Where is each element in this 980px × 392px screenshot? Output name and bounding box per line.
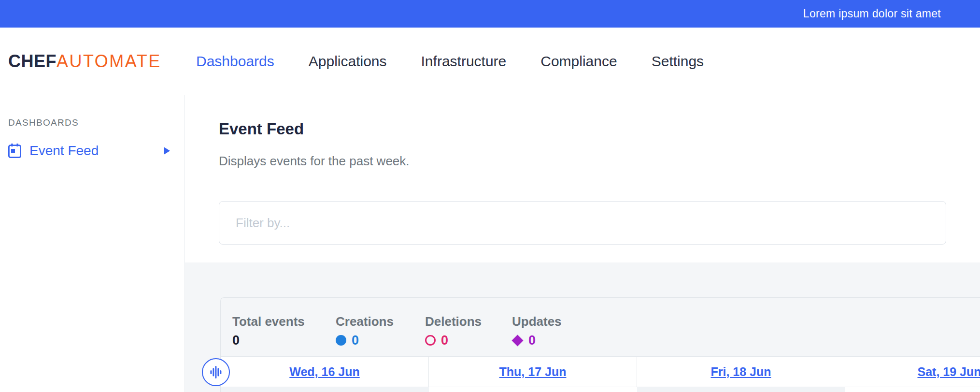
day-link-thu-17-jun[interactable]: Thu, 17 Jun (499, 365, 567, 379)
day-column: Thu, 17 Jun (429, 357, 637, 387)
event-feed-card: Total events 0 Creations 0 Deletions (220, 297, 980, 392)
event-stats: Total events 0 Creations 0 Deletions (221, 298, 980, 356)
logo-automate-text: AUTOMATE (57, 51, 161, 71)
timeline-day-headers: Wed, 16 Jun Thu, 17 Jun Fri, 18 Jun Sat,… (221, 356, 980, 387)
event-feed-section: Total events 0 Creations 0 Deletions (185, 262, 980, 392)
stat-deletions: Deletions 0 (425, 314, 512, 356)
sidebar: DASHBOARDS Event Feed (0, 95, 185, 392)
guitar-strings-toggle-button[interactable] (202, 358, 230, 386)
timeline-stripe (637, 387, 845, 392)
top-banner: Lorem ipsum dolor sit amet (0, 0, 980, 28)
app-header: CHEFAUTOMATE Dashboards Applications Inf… (0, 28, 980, 95)
stat-label: Deletions (425, 314, 512, 329)
stat-value: 0 (441, 333, 448, 348)
chef-automate-logo[interactable]: CHEFAUTOMATE (8, 51, 196, 72)
sidebar-item-event-feed[interactable]: Event Feed (8, 143, 185, 159)
nav-item-dashboards[interactable]: Dashboards (196, 53, 274, 70)
arrow-right-icon[interactable] (164, 147, 170, 155)
day-link-fri-18-jun[interactable]: Fri, 18 Jun (710, 365, 771, 379)
timeline-stripe (221, 387, 429, 392)
page-head: Event Feed Displays events for the past … (185, 95, 980, 262)
logo-chef-text: CHEF (8, 51, 57, 71)
calendar-icon (8, 144, 21, 158)
waveform-icon (210, 365, 223, 379)
sidebar-item-label: Event Feed (29, 143, 99, 159)
main-panel: Event Feed Displays events for the past … (185, 95, 980, 392)
main-nav: Dashboards Applications Infrastructure C… (196, 53, 704, 70)
stat-creations: Creations 0 (336, 314, 425, 356)
creations-circle-icon (336, 335, 346, 346)
day-link-sat-19-jun[interactable]: Sat, 19 Jun (918, 365, 980, 379)
day-column: Wed, 16 Jun (221, 357, 429, 387)
nav-item-settings[interactable]: Settings (652, 53, 704, 70)
stat-label: Updates (512, 314, 562, 329)
updates-diamond-icon (511, 334, 523, 346)
nav-item-compliance[interactable]: Compliance (540, 53, 617, 70)
nav-item-infrastructure[interactable]: Infrastructure (421, 53, 507, 70)
nav-item-applications[interactable]: Applications (309, 53, 387, 70)
day-link-wed-16-jun[interactable]: Wed, 16 Jun (289, 365, 359, 379)
stat-value: 0 (352, 333, 359, 348)
content-area: DASHBOARDS Event Feed Event Feed Display… (0, 95, 980, 392)
day-column: Fri, 18 Jun (637, 357, 845, 387)
day-column: Sat, 19 Jun (845, 357, 980, 387)
stat-value: 0 (528, 333, 536, 348)
deletions-circle-icon (425, 335, 436, 346)
sidebar-heading: DASHBOARDS (8, 117, 185, 128)
stat-label: Creations (336, 314, 425, 329)
page-title: Event Feed (219, 119, 980, 138)
filter-input[interactable] (219, 201, 946, 245)
stat-total-events: Total events 0 (232, 314, 336, 356)
stat-label: Total events (232, 314, 336, 329)
timeline-stripe (429, 387, 637, 392)
banner-message: Lorem ipsum dolor sit amet (803, 7, 941, 20)
stat-value: 0 (232, 333, 240, 348)
page-subtitle: Displays events for the past week. (219, 154, 980, 168)
timeline-stripes (221, 387, 980, 392)
timeline-stripe (845, 387, 980, 392)
stat-updates: Updates 0 (512, 314, 562, 356)
